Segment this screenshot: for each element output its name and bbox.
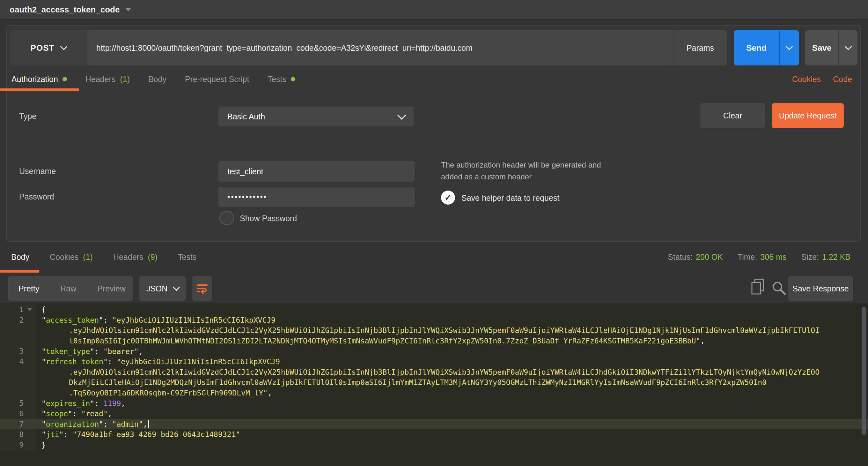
username-label: Username bbox=[19, 167, 56, 176]
view-preview-button[interactable]: Preview bbox=[87, 284, 136, 293]
auth-helper-text: The authorization header will be generat… bbox=[441, 159, 601, 182]
code-line: 1{ bbox=[0, 304, 868, 315]
save-label[interactable]: Save bbox=[805, 30, 838, 65]
url-input[interactable]: http://host1:8000/oauth/token?grant_type… bbox=[87, 30, 673, 65]
line-number: 2 bbox=[0, 315, 36, 326]
code-text: { bbox=[36, 305, 46, 314]
tab-body[interactable]: Body bbox=[148, 75, 166, 84]
chevron-down-icon bbox=[397, 111, 406, 120]
url-bar: POST http://host1:8000/oauth/token?grant… bbox=[9, 30, 727, 65]
line-number: 7 bbox=[0, 419, 36, 430]
save-helper-checkbox[interactable]: ✓ bbox=[441, 191, 455, 205]
code-line: 9} bbox=[0, 440, 868, 450]
active-tab-underline bbox=[0, 88, 79, 91]
code-text: "organization": "admin", bbox=[36, 420, 149, 428]
response-tab-headers[interactable]: Headers (9) bbox=[113, 253, 158, 262]
search-icon bbox=[771, 280, 786, 296]
green-dot-icon bbox=[62, 77, 67, 81]
code-line-wrap: l0sImp0aSI6Ijc0OTBhMWJmLWVhOTMtNDI2OS1iZ… bbox=[0, 336, 868, 346]
auth-type-select[interactable]: Basic Auth bbox=[218, 107, 413, 126]
code-line: 5"expires_in": 1199, bbox=[0, 398, 868, 409]
line-number: 5 bbox=[0, 398, 36, 409]
line-number: 6 bbox=[0, 409, 36, 419]
wrap-text-icon bbox=[196, 283, 208, 294]
save-button[interactable]: Save bbox=[805, 30, 858, 65]
tabs-separator bbox=[7, 91, 860, 91]
send-button[interactable]: Send bbox=[734, 30, 799, 65]
code-rows: 1{2"access_token": "eyJhbGciOiJIUzI1NiIs… bbox=[0, 304, 868, 450]
show-password-radio[interactable] bbox=[219, 211, 234, 225]
green-dot-icon bbox=[291, 77, 295, 81]
auth-type-value: Basic Auth bbox=[227, 112, 265, 121]
view-pretty-button[interactable]: Pretty bbox=[8, 284, 50, 293]
line-number bbox=[0, 388, 36, 398]
code-line: 8"jti": "7490a1bf-ea93-4269-bd26-0643c14… bbox=[0, 429, 868, 440]
code-text: "token_type": "bearer", bbox=[36, 347, 143, 355]
chevron-down-icon bbox=[786, 43, 793, 51]
scrollbar-thumb[interactable] bbox=[862, 307, 866, 435]
response-tab-headers-label: Headers bbox=[113, 253, 144, 262]
response-view-switcher: Pretty Raw Preview bbox=[8, 276, 133, 301]
code-line-wrap: .eyJhdWQiOlsicm91cmNlc2lkIiwidGVzdCJdLCJ… bbox=[0, 325, 868, 336]
update-request-button[interactable]: Update Request bbox=[772, 103, 844, 128]
search-response-button[interactable] bbox=[771, 280, 786, 297]
wrap-text-button[interactable] bbox=[192, 276, 212, 301]
params-button[interactable]: Params bbox=[673, 30, 727, 65]
response-format-value: JSON bbox=[146, 284, 168, 293]
tab-prerequest-script[interactable]: Pre-request Script bbox=[185, 75, 249, 84]
copy-response-button[interactable] bbox=[751, 278, 765, 297]
response-tab-body[interactable]: Body bbox=[11, 253, 29, 262]
save-options-button[interactable] bbox=[838, 30, 858, 65]
save-response-button[interactable]: Save Response bbox=[788, 276, 853, 301]
response-tab-cookies[interactable]: Cookies (1) bbox=[50, 253, 93, 262]
view-raw-button[interactable]: Raw bbox=[50, 284, 87, 293]
chevron-down-icon bbox=[60, 43, 68, 51]
username-field[interactable]: test_client bbox=[218, 161, 414, 182]
size-label: Size: bbox=[801, 253, 819, 262]
code-text: DkzMjEiLCJleHAiOjE1NDg2MDQzNjUsImF1dGhvc… bbox=[36, 378, 767, 386]
time-value: 306 ms bbox=[760, 253, 786, 262]
response-tab-headers-count: (9) bbox=[148, 253, 158, 262]
tab-authorization[interactable]: Authorization bbox=[11, 75, 67, 84]
password-field[interactable]: ••••••••••• bbox=[218, 187, 414, 207]
code-text: l0sImp0aSI6Ijc0OTBhMWJmLWVhOTMtNDI2OS1iZ… bbox=[36, 337, 705, 345]
auth-separator bbox=[7, 140, 860, 140]
chevron-down-icon bbox=[845, 43, 852, 51]
code-link[interactable]: Code bbox=[833, 75, 852, 84]
code-text: .eyJhdWQiOlsicm91cmNlc2lkIiwidGVzdCJdLCJ… bbox=[36, 368, 819, 376]
copy-icon bbox=[751, 278, 765, 296]
code-text: "jti": "7490a1bf-ea93-4269-bd26-0643c148… bbox=[36, 430, 240, 439]
response-body-viewer: 1{2"access_token": "eyJhbGciOiJIUzI1NiIs… bbox=[0, 303, 868, 466]
response-tab-tests[interactable]: Tests bbox=[178, 253, 196, 262]
tab-headers-count: (1) bbox=[120, 75, 130, 84]
clear-button[interactable]: Clear bbox=[700, 103, 765, 128]
helper-links: Cookies Code bbox=[792, 69, 852, 90]
line-number bbox=[0, 336, 36, 346]
tab-body-label: Body bbox=[148, 75, 166, 84]
type-label: Type bbox=[19, 112, 36, 121]
line-number: 3 bbox=[0, 346, 36, 356]
method-dropdown[interactable]: POST bbox=[9, 30, 87, 65]
check-icon: ✓ bbox=[444, 193, 452, 203]
request-title-caret-icon[interactable] bbox=[125, 8, 131, 11]
response-tab-body-label: Body bbox=[11, 253, 29, 262]
auth-helper-text-line2: added as a custom header bbox=[441, 171, 601, 182]
send-label[interactable]: Send bbox=[734, 30, 779, 65]
line-number bbox=[0, 377, 36, 388]
tab-headers[interactable]: Headers (1) bbox=[86, 75, 130, 84]
code-text: .eyJhdWQiOlsicm91cmNlc2lkIiwidGVzdCJdLCJ… bbox=[36, 326, 819, 334]
password-label: Password bbox=[19, 192, 54, 201]
send-options-button[interactable] bbox=[779, 30, 799, 65]
cookies-link[interactable]: Cookies bbox=[792, 75, 821, 84]
response-format-select[interactable]: JSON bbox=[140, 276, 186, 301]
show-password-label: Show Password bbox=[240, 214, 297, 223]
fold-caret-icon[interactable] bbox=[27, 308, 32, 311]
request-tabs: Authorization Headers (1) Body Pre-reque… bbox=[11, 69, 295, 90]
response-tab-tests-label: Tests bbox=[178, 253, 196, 262]
response-tabs: Body Cookies (1) Headers (9) Tests bbox=[11, 246, 196, 267]
code-line: 4"refresh_token": "eyJhbGciOiJIUzI1NiIsI… bbox=[0, 356, 868, 367]
tab-tests[interactable]: Tests bbox=[268, 75, 295, 84]
auth-helper-text-line1: The authorization header will be generat… bbox=[441, 159, 601, 171]
code-line-wrap: .TqS0oyO0IP1a6DKROsqbm-C9ZFrbSGlFh969DLv… bbox=[0, 388, 868, 398]
save-helper-label: Save helper data to request bbox=[461, 194, 559, 203]
